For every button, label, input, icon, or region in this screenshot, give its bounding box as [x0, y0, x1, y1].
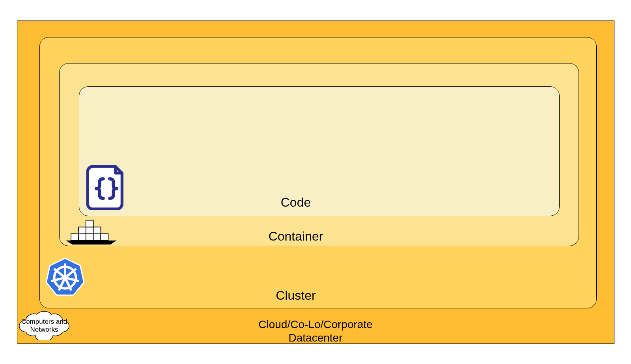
svg-rect-4 — [101, 234, 108, 241]
container-ship-icon — [64, 219, 118, 247]
diagram-canvas: Cloud/Co-Lo/Corporate Datacenter Cluster… — [0, 0, 631, 364]
svg-rect-0 — [71, 234, 78, 241]
label-container: Container — [237, 229, 355, 244]
cloud-icon: Computers and Networks — [15, 309, 74, 339]
svg-rect-3 — [93, 234, 101, 241]
label-code: Code — [237, 195, 355, 210]
label-cluster: Cluster — [237, 288, 355, 303]
svg-rect-5 — [78, 227, 86, 234]
code-file-icon — [86, 164, 127, 210]
svg-rect-6 — [86, 227, 93, 234]
label-datacenter: Cloud/Co-Lo/Corporate Datacenter — [197, 318, 434, 344]
svg-rect-2 — [86, 234, 93, 241]
cloud-label: Computers and Networks — [15, 318, 74, 334]
svg-rect-8 — [86, 220, 93, 227]
kubernetes-icon — [44, 256, 86, 299]
svg-rect-1 — [78, 234, 86, 241]
svg-rect-7 — [93, 227, 101, 234]
